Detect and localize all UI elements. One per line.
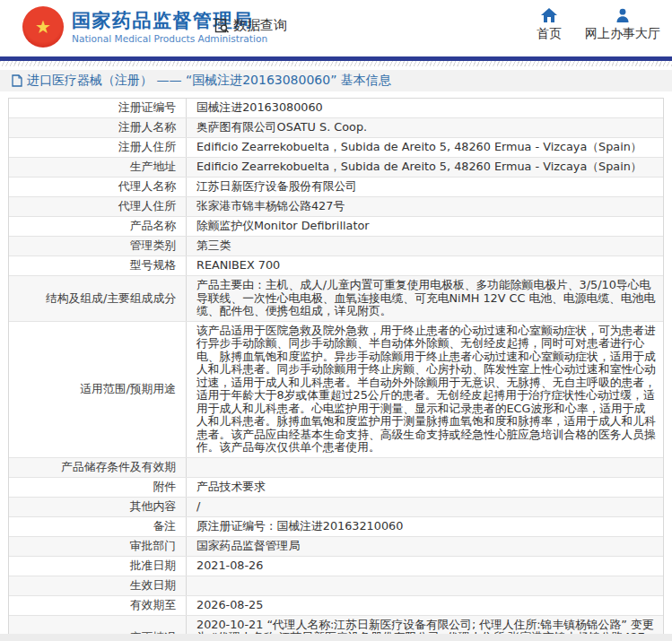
data-query-label: 数据查询 (233, 17, 287, 34)
row-value (187, 458, 663, 477)
row-value: 原注册证编号：国械注进20163210060 (187, 517, 663, 536)
row-value: / (187, 498, 663, 516)
row-value: REANIBEX 700 (187, 256, 663, 275)
table-row-agent-address: 代理人住所 张家港市锦丰杨锦公路427号 (9, 196, 663, 216)
table-row-management-class: 管理类别 第三类 (9, 236, 663, 256)
nav-online-hall[interactable]: 网上办事大厅 (585, 8, 660, 42)
document-search-icon (214, 18, 230, 33)
table-row-storage-validity: 产品储存条件及有效期 (9, 457, 663, 477)
brand-title-en: National Medical Products Administration (72, 33, 267, 44)
top-nav: 首页 网上办事大厅 (537, 8, 660, 42)
page-header: ★ 国家药品监督管理局 National Medical Products Ad… (0, 0, 672, 56)
row-label: 注册人名称 (9, 118, 187, 137)
table-row-product-name: 产品名称 除颤监护仪Monitor Defibrillator (9, 216, 663, 236)
table-row-approval-date: 批准日期 2021-08-26 (9, 556, 663, 576)
table-row-agent-name: 代理人名称 江苏日新医疗设备股份有限公司 (9, 177, 663, 196)
table-row-attachment: 附件 产品技术要求 (9, 477, 663, 497)
table-row-model-spec: 型号规格 REANIBEX 700 (9, 256, 663, 275)
table-row-registrant-name: 注册人名称 奥萨图有限公司OSATU S. Coop. (9, 117, 663, 137)
row-label: 结构及组成/主要组成成分 (9, 276, 187, 321)
row-label: 批准日期 (9, 557, 187, 576)
row-value: 该产品适用于医院急救及院外急救，用于终止患者的心动过速和心室颤动症状，可为患者进… (187, 322, 663, 457)
row-value: 第三类 (187, 237, 663, 256)
data-query-nav[interactable]: 数据查询 (214, 17, 287, 34)
row-label: 注册证编号 (9, 99, 187, 117)
table-row-approval-department: 审批部门 国家药品监督管理局 (9, 536, 663, 556)
row-label: 型号规格 (9, 256, 187, 275)
user-icon (615, 8, 630, 22)
table-row-composition: 结构及组成/主要组成成分 产品主要由：主机、成人/儿童内置可重复使用电极板、多功… (9, 275, 663, 321)
row-label: 代理人住所 (9, 197, 187, 216)
row-value: 除颤监护仪Monitor Defibrillator (187, 217, 663, 236)
row-label: 管理类别 (9, 237, 187, 256)
row-value: 2021-08-26 (187, 557, 663, 576)
nav-home[interactable]: 首页 (537, 8, 562, 42)
row-value: 产品主要由：主机、成人/儿童内置可重复使用电极板、多功能除颤电极片、3/5/10… (187, 276, 663, 321)
hatch-strip (0, 61, 672, 66)
table-row-expiry-date: 有效期至 2026-08-25 (9, 595, 663, 615)
nav-online-hall-label: 网上办事大厅 (585, 26, 660, 42)
row-value: 江苏日新医疗设备股份有限公司 (187, 178, 663, 196)
row-label: 附件 (9, 478, 187, 497)
table-row-effective-date: 生效日期 (9, 576, 663, 595)
row-label: 生产地址 (9, 158, 187, 177)
table-row-production-address: 生产地址 Edificio Zearrekobuelta，Subida de A… (9, 157, 663, 177)
row-label: 生效日期 (9, 576, 187, 595)
row-label: 备注 (9, 517, 187, 536)
national-emblem-logo: ★ (22, 6, 64, 48)
row-value: 国械注进20163080060 (187, 99, 663, 117)
row-label: 产品储存条件及有效期 (9, 458, 187, 477)
row-label: 注册人住所 (9, 138, 187, 157)
page-title: 进口医疗器械（注册） —— “国械注进20163080060” 基本信息 (27, 73, 391, 89)
row-value: Edificio Zearrekobuelta，Subida de Areito… (187, 158, 663, 177)
title-bar: 进口医疗器械（注册） —— “国械注进20163080060” 基本信息 (0, 70, 672, 91)
table-row-intended-use: 适用范围/预期用途 该产品适用于医院急救及院外急救，用于终止患者的心动过速和心室… (9, 321, 663, 457)
row-label: 产品名称 (9, 217, 187, 236)
bottom-strip (0, 634, 672, 641)
table-row-other-content: 其他内容 / (9, 497, 663, 516)
row-value (187, 576, 663, 595)
row-label: 其他内容 (9, 498, 187, 516)
row-label: 审批部门 (9, 537, 187, 556)
document-icon (12, 74, 22, 87)
row-label: 代理人名称 (9, 178, 187, 196)
row-label: 适用范围/预期用途 (9, 322, 187, 457)
table-row-remarks: 备注 原注册证编号：国械注进20163210060 (9, 516, 663, 536)
row-label: 有效期至 (9, 596, 187, 615)
row-value: 国家药品监督管理局 (187, 537, 663, 556)
row-value: 奥萨图有限公司OSATU S. Coop. (187, 118, 663, 137)
table-row-certificate-number: 注册证编号 国械注进20163080060 (9, 99, 663, 117)
row-value: 2026-08-25 (187, 596, 663, 615)
row-value: 产品技术要求 (187, 478, 663, 497)
registration-info-table: 注册证编号 国械注进20163080060 注册人名称 奥萨图有限公司OSATU… (8, 98, 664, 641)
row-value: Edificio Zearrekobuelta，Subida de Areito… (187, 138, 663, 157)
home-icon (541, 8, 557, 22)
nav-home-label: 首页 (537, 26, 562, 42)
table-row-registrant-address: 注册人住所 Edificio Zearrekobuelta，Subida de … (9, 137, 663, 157)
row-value: 张家港市锦丰杨锦公路427号 (187, 197, 663, 216)
